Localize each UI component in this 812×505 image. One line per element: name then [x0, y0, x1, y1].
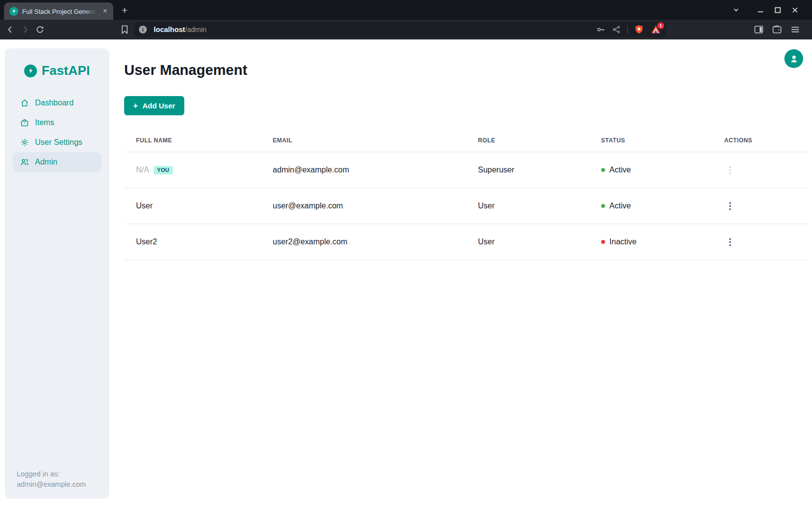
users-table: FULL NAME EMAIL ROLE STATUS ACTIONS N/AY… — [124, 127, 808, 260]
sidebar-item-user-settings[interactable]: User Settings — [13, 133, 102, 152]
bookmark-icon[interactable] — [117, 22, 132, 37]
col-header-status: STATUS — [589, 127, 712, 152]
sidebar-item-label: Admin — [35, 158, 57, 167]
sidebar-nav: Dashboard Items User Settings Admin — [5, 93, 109, 172]
window-close-button[interactable] — [788, 3, 801, 16]
new-tab-button[interactable]: + — [118, 4, 131, 17]
cell-role: User — [466, 188, 589, 224]
toolbar-separator — [627, 26, 628, 34]
table-header-row: FULL NAME EMAIL ROLE STATUS ACTIONS — [124, 127, 808, 152]
fastapi-bolt-icon — [24, 65, 37, 77]
cell-actions: ⋮ — [712, 224, 808, 260]
brave-rewards-icon[interactable]: 1 — [650, 24, 661, 35]
add-user-button[interactable]: + Add User — [124, 96, 184, 115]
sidebar-item-label: Dashboard — [35, 99, 73, 107]
status-dot-inactive — [601, 240, 605, 244]
fastapi-favicon-icon — [9, 7, 18, 16]
add-user-label: Add User — [142, 101, 175, 110]
site-info-icon[interactable]: i — [139, 26, 147, 34]
logo-text: FastAPI — [41, 63, 90, 78]
gear-icon — [20, 138, 29, 147]
cell-role: Superuser — [466, 152, 589, 188]
cell-email: user2@example.com — [261, 224, 466, 260]
home-icon — [20, 99, 29, 107]
cell-status: Active — [589, 152, 712, 188]
reload-button[interactable] — [33, 22, 47, 37]
col-header-full-name: FULL NAME — [124, 127, 261, 152]
you-badge: YOU — [154, 166, 173, 174]
row-actions-menu-icon: ⋮ — [724, 164, 736, 176]
cell-full-name: N/AYOU — [124, 152, 261, 188]
tab-title: Full Stack Project Genera — [22, 8, 95, 15]
cell-role: User — [466, 224, 589, 260]
briefcase-icon — [20, 118, 29, 127]
back-button[interactable] — [3, 22, 18, 37]
col-header-actions: ACTIONS — [712, 127, 808, 152]
table-row: User2 user2@example.com User Inactive ⋮ — [124, 224, 808, 260]
share-icon[interactable] — [612, 25, 621, 34]
row-actions-menu-icon[interactable]: ⋮ — [724, 236, 736, 248]
window-minimize-button[interactable] — [754, 3, 767, 16]
logged-in-as: Logged in as: admin@example.com — [17, 469, 86, 490]
sidebar-item-label: Items — [35, 118, 54, 127]
wallet-icon[interactable] — [772, 25, 782, 34]
logged-in-email: admin@example.com — [17, 479, 86, 490]
browser-titlebar: Full Stack Project Genera ✕ + — [0, 0, 812, 20]
table-row: User user@example.com User Active ⋮ — [124, 188, 808, 224]
sidebar-item-label: User Settings — [35, 138, 82, 147]
main-content: User Management + Add User FULL NAME EMA… — [109, 40, 812, 505]
status-dot-active — [601, 168, 605, 172]
sidebar-item-dashboard[interactable]: Dashboard — [13, 93, 102, 113]
url-bar[interactable]: i localhost/admin 1 — [134, 22, 666, 37]
password-key-icon[interactable] — [596, 25, 606, 34]
url-host: localhost — [154, 26, 185, 34]
user-avatar-icon — [789, 54, 799, 64]
url-path: /admin — [185, 26, 207, 34]
cell-email: admin@example.com — [261, 152, 466, 188]
rewards-badge-count: 1 — [657, 22, 664, 29]
fastapi-logo: FastAPI — [5, 63, 109, 78]
sidebar-item-items[interactable]: Items — [13, 113, 102, 133]
row-actions-menu-icon[interactable]: ⋮ — [724, 200, 736, 212]
tab-search-chevron-icon[interactable] — [730, 3, 743, 16]
users-table-container: FULL NAME EMAIL ROLE STATUS ACTIONS N/AY… — [124, 127, 808, 260]
app-page: FastAPI Dashboard Items User Settings — [0, 40, 812, 505]
col-header-email: EMAIL — [261, 127, 466, 152]
browser-toolbar: i localhost/admin 1 — [0, 20, 812, 39]
users-icon — [20, 158, 29, 167]
user-menu-avatar-button[interactable] — [784, 49, 803, 68]
status-dot-active — [601, 204, 605, 208]
sidebar: FastAPI Dashboard Items User Settings — [5, 48, 109, 499]
brave-shield-icon[interactable] — [634, 24, 644, 35]
cell-email: user@example.com — [261, 188, 466, 224]
menu-hamburger-icon[interactable] — [790, 25, 800, 34]
sidebar-item-admin[interactable]: Admin — [13, 152, 102, 172]
col-header-role: ROLE — [466, 127, 589, 152]
cell-full-name: User — [124, 188, 261, 224]
sidebar-panel-icon[interactable] — [754, 25, 764, 34]
cell-full-name: User2 — [124, 224, 261, 260]
forward-button[interactable] — [18, 22, 33, 37]
cell-status: Inactive — [589, 224, 712, 260]
logged-in-label: Logged in as: — [17, 469, 86, 479]
cell-status: Active — [589, 188, 712, 224]
tab-close-icon[interactable]: ✕ — [101, 7, 109, 16]
table-row: N/AYOU admin@example.com Superuser Activ… — [124, 152, 808, 188]
window-maximize-button[interactable] — [771, 3, 784, 16]
plus-icon: + — [133, 101, 138, 110]
browser-tab[interactable]: Full Stack Project Genera ✕ — [4, 2, 113, 20]
cell-actions: ⋮ — [712, 188, 808, 224]
page-title: User Management — [124, 62, 812, 79]
cell-actions: ⋮ — [712, 152, 808, 188]
url-text[interactable]: localhost/admin — [154, 26, 206, 34]
